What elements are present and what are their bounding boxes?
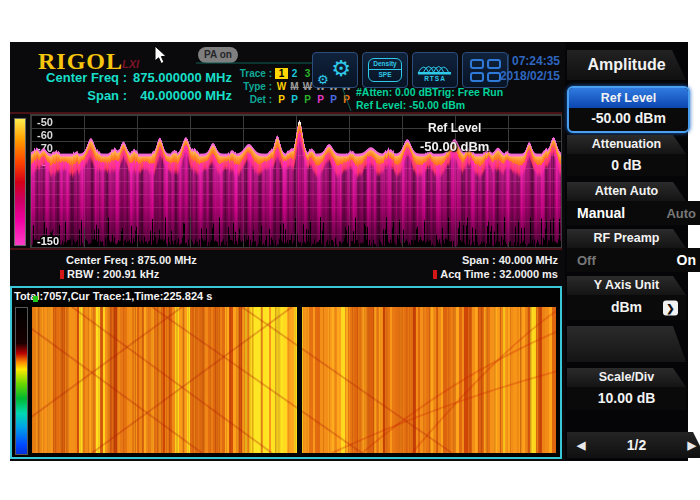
- spectrogram-marker: [33, 296, 38, 302]
- spectrogram-title: Total:7057,Cur Trace:1,Time:225.824 s: [14, 290, 212, 302]
- status-rbw: RBW : 200.91 kHz: [60, 268, 159, 280]
- page-prev-button[interactable]: ◀: [577, 439, 585, 452]
- status-center-freq: Center Freq : 875.00 MHz: [66, 254, 197, 266]
- density-spe-icon: Density SPE: [368, 58, 402, 82]
- atten-auto-button-label[interactable]: Atten Auto: [567, 182, 686, 201]
- atten-auto-auto-option[interactable]: Auto: [666, 206, 696, 221]
- spectrum-status-row-2: RBW : 200.91 kHz Acq Time : 32.0000 ms: [30, 268, 558, 280]
- ref-level-status: Ref Level: -50.00 dBm: [356, 99, 465, 111]
- density-colorbar: [14, 118, 26, 246]
- status-acq-time: Acq Time : 32.0000 ms: [433, 268, 558, 280]
- page-indicator: 1/2: [627, 437, 646, 453]
- spectrogram-colorbar: [15, 307, 28, 455]
- ref-level-button[interactable]: Ref Level -50.00 dBm: [567, 86, 690, 133]
- y-axis-unit-button-label[interactable]: Y Axis Unit: [567, 276, 686, 295]
- rf-preamp-off-option[interactable]: Off: [577, 253, 596, 268]
- ref-level-button-value: -50.00 dBm: [569, 108, 688, 129]
- atten-auto-options[interactable]: Manual Auto: [567, 201, 700, 225]
- status-span: Span : 40.000 MHz: [462, 254, 558, 266]
- ref-level-overlay-value: -50.00 dBm: [420, 139, 489, 154]
- submenu-arrow-icon: ❯: [663, 300, 678, 315]
- y-axis-unit-text: dBm: [611, 299, 642, 315]
- rtsa-button[interactable]: RTSA: [412, 52, 458, 88]
- trigger-status: Trig: Free Run: [432, 86, 503, 98]
- atten-status: #Atten: 0.00 dB: [356, 86, 432, 98]
- gears-icon: ⚙⚙: [317, 56, 353, 84]
- menu-title-amplitude: Amplitude: [567, 50, 686, 80]
- spectrogram-waterfall: [32, 307, 556, 453]
- spe-icon-text: SPE: [369, 69, 401, 80]
- uncal-marker: [60, 270, 64, 279]
- time-display: 07:24:35: [500, 54, 560, 68]
- density-spe-button[interactable]: Density SPE: [362, 52, 408, 88]
- spectrum-status-row-1: Center Freq : 875.00 MHz Span : 40.000 M…: [30, 254, 558, 266]
- density-icon-text: Density: [369, 59, 401, 69]
- scale-div-button-value[interactable]: 10.00 dB: [567, 387, 686, 410]
- uncal-marker: [433, 270, 437, 279]
- empty-menu-slot: [567, 326, 686, 362]
- scale-div-button-label[interactable]: Scale/Div: [567, 368, 686, 387]
- date-display: 2018/02/15: [496, 69, 560, 83]
- settings-button[interactable]: ⚙⚙: [312, 52, 358, 88]
- spectrum-chart: [30, 114, 562, 248]
- rtsa-icon-label: RTSA: [424, 75, 446, 82]
- attenuation-button-value[interactable]: 0 dB: [567, 154, 686, 176]
- ref-level-button-label: Ref Level: [569, 88, 688, 108]
- rf-preamp-options[interactable]: Off On: [567, 248, 700, 272]
- y-axis-unit-button-value[interactable]: dBm ❯: [567, 295, 686, 320]
- rf-preamp-on-option[interactable]: On: [677, 252, 696, 268]
- atten-auto-manual-option[interactable]: Manual: [577, 205, 625, 221]
- ref-level-overlay-label: Ref Level: [428, 121, 481, 135]
- menu-pagination: ◀ 1/2 ▶: [567, 432, 700, 458]
- rtsa-waveform-icon: [417, 59, 453, 75]
- attenuation-button-label[interactable]: Attenuation: [567, 135, 686, 154]
- rf-preamp-button-label[interactable]: RF Preamp: [567, 229, 686, 248]
- screenshot: RIGOL LXI PA on Center Freq : 875.000000…: [0, 0, 700, 500]
- chart-bottom-border: [10, 248, 562, 250]
- page-next-button[interactable]: ▶: [688, 439, 696, 452]
